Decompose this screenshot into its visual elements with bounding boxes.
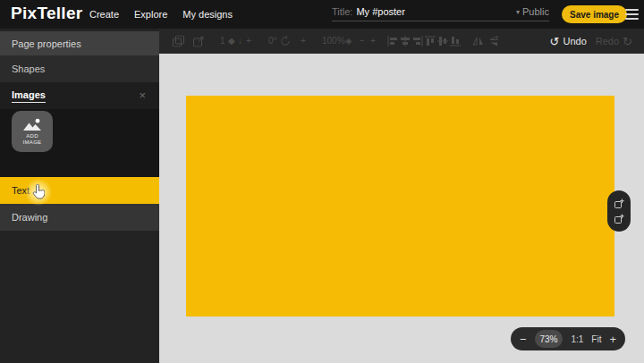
sidebar: Page properties Shapes Images × ADD IMAG… — [0, 29, 159, 363]
rotate-icon[interactable] — [280, 36, 291, 46]
visibility-value: Public — [522, 6, 549, 17]
design-title-field[interactable]: Title: My #poster ▾ Public — [332, 3, 549, 21]
opacity-value: 100% — [322, 37, 345, 46]
title-label: Title: — [332, 6, 352, 17]
zoom-level-badge[interactable]: 73% — [535, 330, 564, 348]
sidebar-item-drawing[interactable]: Drawing — [0, 204, 159, 231]
paste-icon[interactable] — [193, 36, 205, 47]
save-image-button[interactable]: Save image — [562, 5, 627, 23]
align-bottom-icon[interactable] — [450, 36, 461, 46]
image-icon — [22, 118, 42, 131]
flip-horizontal-icon[interactable] — [472, 36, 484, 46]
add-page-after-button[interactable] — [614, 214, 624, 224]
redo-icon: ↻ — [623, 35, 632, 48]
align-center-horizontal-icon[interactable] — [400, 36, 411, 46]
rotation-plus-icon[interactable]: + — [301, 37, 306, 46]
add-page-icon — [614, 214, 624, 224]
layer-diamond-icon: ◆ — [228, 37, 235, 46]
rotation-value: 0° — [268, 37, 277, 46]
copy-icon[interactable] — [173, 36, 184, 47]
redo-label: Redo — [596, 36, 619, 46]
visibility-dropdown[interactable]: ▾ Public — [516, 6, 549, 17]
pixteller-logo[interactable]: PixTeller — [11, 4, 83, 23]
sidebar-item-label: Drawing — [12, 212, 47, 223]
menu-create[interactable]: Create — [89, 9, 119, 20]
opacity-plus-icon[interactable]: + — [370, 37, 376, 46]
sidebar-item-label: Shapes — [12, 63, 45, 74]
hamburger-menu-icon[interactable] — [625, 9, 639, 20]
sidebar-item-text[interactable]: Text — [0, 177, 159, 204]
undo-button[interactable]: ↺ Undo — [550, 35, 587, 48]
undo-icon: ↺ — [550, 35, 560, 48]
main-menu: Create Explore My designs — [89, 0, 233, 29]
opacity-minus-icon[interactable]: − — [360, 37, 365, 46]
layer-index-value: 1 — [220, 37, 225, 46]
undo-label: Undo — [564, 36, 587, 46]
opacity-diamond-icon: ◈ — [345, 37, 352, 46]
sidebar-item-label: Text — [12, 185, 30, 196]
layer-up-icon[interactable]: + — [246, 37, 251, 46]
design-page[interactable] — [186, 96, 614, 317]
zoom-actual-size-button[interactable]: 1:1 — [571, 334, 583, 344]
zoom-out-button[interactable]: − — [520, 333, 527, 345]
images-panel: ADD IMAGE — [0, 109, 159, 177]
align-top-icon[interactable] — [425, 36, 436, 46]
align-right-icon[interactable] — [412, 36, 423, 46]
zoom-controls: − 73% 1:1 Fit + — [511, 327, 625, 350]
add-page-before-button[interactable] — [614, 198, 624, 209]
layer-down-icon[interactable]: ↓ — [238, 37, 242, 46]
sidebar-item-shapes[interactable]: Shapes — [0, 55, 159, 82]
title-value[interactable]: My #poster — [356, 6, 404, 17]
history-controls: ↺ Undo Redo ↻ — [550, 29, 632, 54]
sidebar-item-page-properties[interactable]: Page properties — [0, 31, 159, 55]
page-actions-pill — [607, 190, 631, 232]
add-page-icon — [614, 198, 624, 209]
sidebar-item-images[interactable]: Images × — [0, 82, 159, 109]
align-middle-vertical-icon[interactable] — [437, 36, 448, 46]
flip-vertical-icon[interactable] — [488, 36, 499, 47]
align-left-icon[interactable] — [387, 36, 398, 46]
redo-button[interactable]: Redo ↻ — [596, 35, 632, 48]
canvas-workspace[interactable]: − 73% 1:1 Fit + — [159, 54, 644, 363]
close-icon[interactable]: × — [139, 89, 146, 102]
sidebar-item-label: Page properties — [12, 38, 81, 49]
caret-down-icon: ▾ — [516, 8, 520, 16]
sidebar-item-label: Images — [12, 89, 46, 103]
menu-my-designs[interactable]: My designs — [182, 9, 233, 20]
add-image-label: ADD IMAGE — [17, 133, 47, 146]
add-image-button[interactable]: ADD IMAGE — [12, 111, 53, 152]
zoom-fit-button[interactable]: Fit — [591, 334, 601, 344]
zoom-in-button[interactable]: + — [609, 333, 616, 345]
topbar: PixTeller Create Explore My designs Titl… — [0, 0, 644, 29]
object-toolbar: 1 ◆ ↓ + 0° + 100% ◈ − + ↺ Undo Redo ↻ — [159, 29, 644, 54]
menu-explore[interactable]: Explore — [134, 9, 167, 20]
